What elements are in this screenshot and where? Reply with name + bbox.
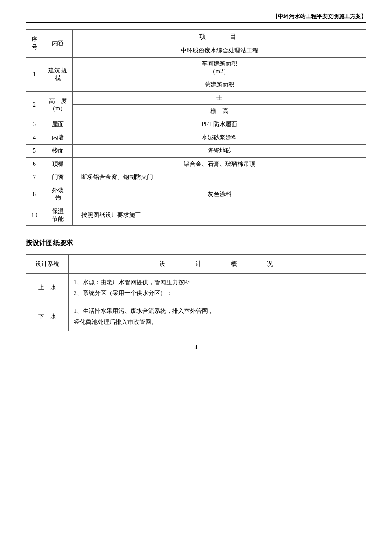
row-item-8: 灰色涂料 bbox=[73, 184, 366, 205]
design-row-water-down: 下 水 1、生活排水采用污、废水合流系统，排入室外管网， 经化粪池处理后排入市政… bbox=[26, 302, 366, 331]
table-row: 8 外装饰 灰色涂料 bbox=[26, 184, 366, 205]
table-row: 4 内墙 水泥砂浆涂料 bbox=[26, 131, 366, 145]
design-desc-header: 设 计 概 况 bbox=[69, 255, 366, 274]
row-num-1: 1 bbox=[26, 58, 43, 92]
table-header-row: 序号 内容 项 目 bbox=[26, 30, 366, 44]
table-row: 6 顶棚 铝合金、石膏、玻璃棉吊顶 bbox=[26, 158, 366, 171]
table-row: 10 保温节能 按照图纸设计要求施工 bbox=[26, 205, 366, 226]
row-item-1b: 总建筑面积 bbox=[73, 78, 366, 92]
water-down-line1: 1、生活排水采用污、废水合流系统，排入室外管网， bbox=[74, 306, 361, 316]
row-content-5: 楼面 bbox=[43, 145, 73, 158]
water-down-system: 下 水 bbox=[26, 302, 69, 331]
row-item-4: 水泥砂浆涂料 bbox=[73, 131, 366, 145]
design-sys-header: 设计系统 bbox=[26, 255, 69, 274]
water-down-line2: 经化粪池处理后排入市政管网。 bbox=[74, 317, 361, 327]
row-item-1a: 车间建筑面积（m2） bbox=[73, 58, 366, 78]
table-row: 檐 高 bbox=[26, 105, 366, 118]
document-title: 【中环污水站工程平安文明施工方案】 bbox=[26, 13, 366, 23]
water-down-desc: 1、生活排水采用污、废水合流系统，排入室外管网， 经化粪池处理后排入市政管网。 bbox=[69, 302, 366, 331]
row-item-10: 按照图纸设计要求施工 bbox=[73, 205, 366, 226]
design-row-water-up: 上 水 1、水源：由老厂水管网提供，管网压力按P≥ 2、系统分区（采用一个供水分… bbox=[26, 274, 366, 302]
row-content-2: 高 度（m） bbox=[43, 92, 73, 118]
row-num-4: 4 bbox=[26, 131, 43, 145]
design-table-header: 设计系统 设 计 概 况 bbox=[26, 255, 366, 274]
project-name-row: 中环股份废水综合处理站工程 bbox=[26, 44, 366, 58]
water-up-system: 上 水 bbox=[26, 274, 69, 302]
table-row: 1 建筑 规模 车间建筑面积（m2） bbox=[26, 58, 366, 78]
row-num-10: 10 bbox=[26, 205, 43, 226]
row-num-6: 6 bbox=[26, 158, 43, 171]
row-content-8: 外装饰 bbox=[43, 184, 73, 205]
table-row: 7 门窗 断桥铝合金窗、钢制防火门 bbox=[26, 171, 366, 184]
content-header: 内容 bbox=[43, 30, 73, 58]
water-up-line2: 2、系统分区（采用一个供水分区）： bbox=[74, 288, 361, 298]
row-content-4: 内墙 bbox=[43, 131, 73, 145]
table-row: 2 高 度（m） 士 bbox=[26, 92, 366, 105]
row-num-3: 3 bbox=[26, 118, 43, 131]
table-row: 5 楼面 陶瓷地砖 bbox=[26, 145, 366, 158]
project-name: 中环股份废水综合处理站工程 bbox=[73, 44, 366, 58]
water-up-line1: 1、水源：由老厂水管网提供，管网压力按P≥ bbox=[74, 277, 361, 288]
row-num-8: 8 bbox=[26, 184, 43, 205]
row-num-2: 2 bbox=[26, 92, 43, 118]
row-item-2b: 檐 高 bbox=[73, 105, 366, 118]
row-item-3: PET 防水屋面 bbox=[73, 118, 366, 131]
table-row: 总建筑面积 bbox=[26, 78, 366, 92]
row-content-6: 顶棚 bbox=[43, 158, 73, 171]
row-content-10: 保温节能 bbox=[43, 205, 73, 226]
main-info-table: 序号 内容 项 目 中环股份废水综合处理站工程 1 建筑 规模 车间建筑面积（m… bbox=[26, 29, 366, 226]
project-header: 项 目 bbox=[73, 30, 366, 44]
row-item-6: 铝合金、石膏、玻璃棉吊顶 bbox=[73, 158, 366, 171]
row-content-7: 门窗 bbox=[43, 171, 73, 184]
row-num-5: 5 bbox=[26, 145, 43, 158]
seq-header: 序号 bbox=[26, 30, 43, 58]
page-number: 4 bbox=[26, 344, 366, 351]
row-item-7: 断桥铝合金窗、钢制防火门 bbox=[73, 171, 366, 184]
row-item-2a: 士 bbox=[73, 92, 366, 105]
row-content-1: 建筑 规模 bbox=[43, 58, 73, 92]
table-row: 3 屋面 PET 防水屋面 bbox=[26, 118, 366, 131]
row-content-3: 屋面 bbox=[43, 118, 73, 131]
row-num-7: 7 bbox=[26, 171, 43, 184]
design-table: 设计系统 设 计 概 况 上 水 1、水源：由老厂水管网提供，管网压力按P≥ 2… bbox=[26, 254, 366, 331]
section-title: 按设计图纸要求 bbox=[26, 239, 366, 248]
water-up-desc: 1、水源：由老厂水管网提供，管网压力按P≥ 2、系统分区（采用一个供水分区）： bbox=[69, 274, 366, 302]
row-item-5: 陶瓷地砖 bbox=[73, 145, 366, 158]
